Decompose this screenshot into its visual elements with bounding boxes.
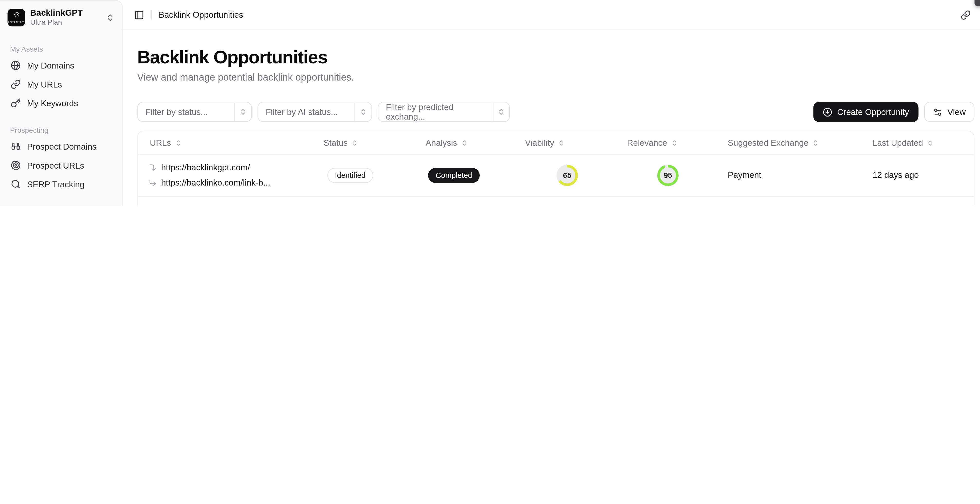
chevrons-up-down-icon [239,108,247,116]
target-url: https://backlinko.com/link-b... [148,178,323,188]
main-area: Extensions Backlink Opportunities Backli… [123,0,980,206]
chevrons-up-down-icon [360,108,367,116]
column-header-relevance[interactable]: Relevance [627,138,728,147]
logo-face-icon [11,11,21,21]
sidebar: BACKLINK GPT BacklinkGPT Ultra Plan My A… [0,0,123,206]
target-url-link[interactable]: https://backlinko.com/link-b... [161,178,270,188]
column-label: Relevance [627,138,667,147]
relevance-ring: 95 [657,165,679,186]
sort-icon [175,139,182,146]
column-label: Status [323,138,348,147]
nav-section-prospecting: ProspectingProspect DomainsProspect URLs… [5,126,117,193]
page-subtitle: View and manage potential backlink oppor… [137,71,975,83]
sidebar-nav: My AssetsMy DomainsMy URLsMy KeywordsPro… [5,36,117,206]
sort-icon [927,139,934,146]
column-label: Analysis [425,138,457,147]
sidebar-item-label: My Keywords [27,98,78,108]
last-updated-cell: 12 days ago [873,171,974,180]
urls-cell: https://backlinkgpt.com/https://backlink… [138,163,324,188]
key-icon [11,98,21,108]
filter-filter-by-ai-status[interactable]: Filter by AI status... [258,102,372,122]
column-label: URLs [150,138,171,147]
urls-cell: https://backlinkgpt.com/https://www.semr… [138,205,324,206]
sidebar-item-label: My Domains [27,60,74,70]
analysis-badge: Completed [428,168,480,183]
filter-placeholder: Filter by predicted exchang... [386,102,493,121]
table-row: https://backlinkgpt.com/https://www.semr… [138,196,974,206]
workspace-switcher[interactable]: BACKLINK GPT BacklinkGPT Ultra Plan [5,6,117,29]
source-url-link[interactable]: https://backlinkgpt.com/ [161,205,250,206]
content: Backlink Opportunities View and manage p… [123,30,980,206]
analysis-cell: Completed [425,168,525,183]
column-label: Last Updated [873,138,923,147]
column-header-last-updated[interactable]: Last Updated [873,138,974,147]
extensions-tooltip: Extensions [975,0,980,6]
corner-down-right-icon [148,179,157,187]
column-label: Viability [525,138,554,147]
viability-ring: 65 [557,165,578,186]
view-button[interactable]: View [924,102,975,122]
corner-right-down-icon [148,164,157,172]
sidebar-item-my-keywords[interactable]: My Keywords [5,94,117,113]
sidebar-item-prospect-domains[interactable]: Prospect Domains [5,137,117,156]
sidebar-item-label: Prospect Domains [27,142,96,151]
chevrons-up-down-icon [498,108,505,116]
panel-left-icon[interactable] [134,10,144,20]
app-logo: BACKLINK GPT [8,8,25,26]
sidebar-item-label: SERP Tracking [27,179,84,189]
target-icon [11,160,21,170]
column-header-viability[interactable]: Viability [525,138,627,147]
filter-placeholder: Filter by status... [145,107,208,117]
nav-section-label: Prospecting [5,126,117,134]
link-icon [11,79,21,89]
sidebar-item-my-urls[interactable]: My URLs [5,75,117,94]
breadcrumb: Backlink Opportunities [159,10,243,19]
column-header-analysis[interactable]: Analysis [425,138,525,147]
sort-icon [812,139,819,146]
page-title: Backlink Opportunities [137,47,975,67]
status-cell: Identified [323,168,425,183]
nav-section-my-assets: My AssetsMy DomainsMy URLsMy Keywords [5,45,117,113]
toolbar: Filter by status...Filter by AI status..… [137,102,975,122]
source-url: https://backlinkgpt.com/ [148,205,323,206]
column-header-status[interactable]: Status [323,138,425,147]
filter-filter-by-predicted-exchang[interactable]: Filter by predicted exchang... [378,102,510,122]
column-header-urls[interactable]: URLs [138,138,324,147]
column-label: Suggested Exchange [728,138,808,147]
workspace-name: BacklinkGPT [30,8,83,18]
sidebar-item-my-domains[interactable]: My Domains [5,56,117,75]
sort-icon [352,139,358,146]
suggested-exchange-cell: Payment [728,171,873,180]
relevance-cell: 95 [627,165,728,186]
sort-icon [558,139,565,146]
sidebar-item-prospect-urls[interactable]: Prospect URLs [5,156,117,175]
link-icon[interactable] [961,10,971,20]
column-header-suggested-exchange[interactable]: Suggested Exchange [728,138,873,147]
globe-icon [11,60,21,70]
table-row: https://backlinkgpt.com/https://backlink… [138,154,974,196]
source-url: https://backlinkgpt.com/ [148,163,323,173]
source-url-link[interactable]: https://backlinkgpt.com/ [161,163,250,173]
status-badge: Identified [327,168,373,183]
topbar-separator [151,10,151,19]
score-value: 95 [664,171,672,180]
sliders-icon [933,107,942,117]
nav-section-label: My Assets [5,45,117,52]
sort-icon [461,139,468,146]
table-header-row: URLsStatusAnalysisViabilityRelevanceSugg… [138,132,974,154]
score-value: 65 [563,171,571,180]
filter-placeholder: Filter by AI status... [266,107,338,117]
app-window: BACKLINK GPT BacklinkGPT Ultra Plan My A… [0,0,980,206]
sidebar-item-label: Prospect URLs [27,161,84,170]
sidebar-item-serp-tracking[interactable]: SERP Tracking [5,175,117,194]
opportunities-table: URLsStatusAnalysisViabilityRelevanceSugg… [137,131,975,206]
filter-filter-by-status[interactable]: Filter by status... [137,102,252,122]
create-opportunity-button[interactable]: Create Opportunity [813,102,918,122]
circle-plus-icon [823,107,832,117]
chevrons-up-down-icon[interactable] [106,13,115,22]
logo-wordmark: BACKLINK GPT [8,21,25,23]
sort-icon [671,139,678,146]
topbar: Backlink Opportunities [123,0,980,30]
plan-badge: Ultra Plan [30,18,83,27]
search-icon [11,179,21,189]
